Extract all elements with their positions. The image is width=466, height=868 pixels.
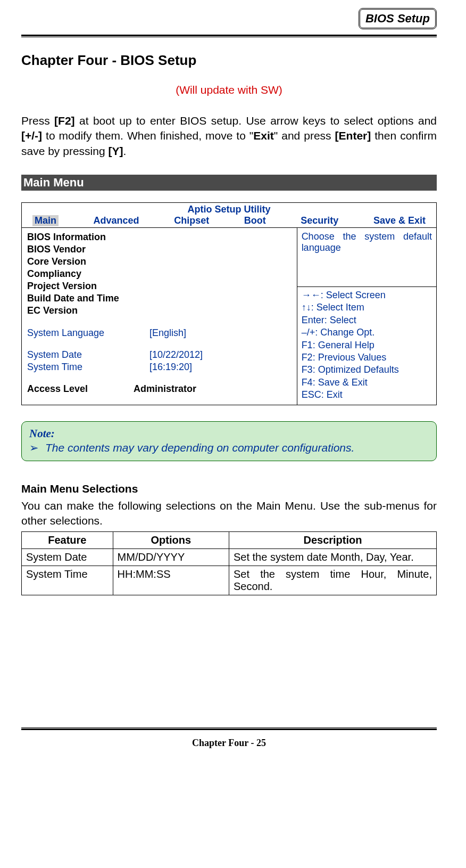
bios-info-line: Project Version	[27, 280, 292, 292]
selections-intro: You can make the following selections on…	[21, 498, 437, 529]
key-line: ESC: Exit	[302, 389, 432, 401]
header-badge: BIOS Setup	[359, 8, 437, 29]
tab-security[interactable]: Security	[301, 215, 338, 226]
header-badge-row: BIOS Setup	[21, 8, 437, 29]
key-line: ↑↓: Select Item	[302, 301, 432, 314]
field-value: [English]	[149, 327, 186, 339]
table-row: System Date MM/DD/YYYY Set the system da…	[22, 549, 437, 566]
chevron-right-icon: ➢	[29, 441, 39, 454]
table-header-row: Feature Options Description	[22, 532, 437, 549]
field-label: System Language	[27, 327, 149, 339]
col-options: Options	[113, 532, 229, 549]
key-line: F2: Previous Values	[302, 351, 432, 364]
update-note: (Will update with SW)	[21, 84, 437, 96]
tab-save-exit[interactable]: Save & Exit	[373, 215, 426, 226]
cell-description: Set the system time Hour, Minute, Second…	[229, 566, 436, 595]
bios-utility-title: Aptio Setup Utility	[22, 203, 436, 215]
bios-field-date[interactable]: System Date [10/22/2012]	[27, 349, 292, 361]
bios-field-access: Access Level Administrator	[27, 383, 292, 395]
field-value: [10/22/2012]	[149, 349, 203, 361]
bios-help-text: Choose the system default language	[297, 228, 436, 286]
chapter-title: Chapter Four - BIOS Setup	[21, 52, 437, 69]
key-line: F1: General Help	[302, 339, 432, 351]
field-label: System Date	[27, 349, 149, 361]
note-text: The contents may vary depending on compu…	[45, 441, 354, 454]
page-footer: Chapter Four - 25	[21, 738, 437, 749]
footer-rule	[21, 727, 437, 730]
bios-info-line: EC Version	[27, 305, 292, 317]
bios-left-pane: BIOS Information BIOS Vendor Core Versio…	[22, 228, 297, 405]
selections-table: Feature Options Description System Date …	[21, 531, 437, 595]
key-line: F4: Save & Exit	[302, 376, 432, 389]
field-value: [16:19:20]	[149, 362, 192, 373]
tab-boot[interactable]: Boot	[244, 215, 266, 226]
bios-info-line: Build Date and Time	[27, 292, 292, 305]
col-feature: Feature	[22, 532, 113, 549]
cell-feature: System Date	[22, 549, 113, 566]
field-value: Administrator	[134, 383, 196, 395]
bios-tabs: Main Advanced Chipset Boot Security Save…	[22, 215, 436, 228]
key-line: F3: Optimized Defaults	[302, 364, 432, 376]
key-line: →←: Select Screen	[302, 289, 432, 301]
col-description: Description	[229, 532, 436, 549]
tab-main[interactable]: Main	[32, 215, 59, 226]
bios-info-line: Compliancy	[27, 268, 292, 280]
bios-right-pane: Choose the system default language →←: S…	[297, 228, 436, 405]
bios-key-help: →←: Select Screen ↑↓: Select Item Enter:…	[297, 286, 436, 405]
section-main-menu: Main Menu	[21, 175, 437, 191]
bios-info-line: Core Version	[27, 256, 292, 268]
bios-info-line: BIOS Vendor	[27, 243, 292, 256]
key-line: –/+: Change Opt.	[302, 326, 432, 339]
bios-field-time[interactable]: System Time [16:19:20]	[27, 362, 292, 373]
header-rule	[21, 35, 437, 37]
cell-description: Set the system date Month, Day, Year.	[229, 549, 436, 566]
intro-paragraph: Press [F2] at boot up to enter BIOS setu…	[21, 113, 437, 159]
cell-options: MM/DD/YYYY	[113, 549, 229, 566]
field-label: System Time	[27, 362, 149, 373]
bios-field-language[interactable]: System Language [English]	[27, 327, 292, 339]
note-title: Note:	[29, 427, 429, 440]
cell-feature: System Time	[22, 566, 113, 595]
cell-options: HH:MM:SS	[113, 566, 229, 595]
bios-info-line: BIOS Information	[27, 231, 292, 243]
tab-chipset[interactable]: Chipset	[174, 215, 209, 226]
bios-screen: Aptio Setup Utility Main Advanced Chipse…	[21, 202, 437, 405]
table-row: System Time HH:MM:SS Set the system time…	[22, 566, 437, 595]
key-line: Enter: Select	[302, 314, 432, 326]
note-box: Note: ➢ The contents may vary depending …	[21, 421, 437, 461]
selections-heading: Main Menu Selections	[21, 482, 437, 495]
field-label: Access Level	[27, 383, 134, 395]
bios-info-list: BIOS Information BIOS Vendor Core Versio…	[27, 231, 292, 317]
tab-advanced[interactable]: Advanced	[94, 215, 139, 226]
